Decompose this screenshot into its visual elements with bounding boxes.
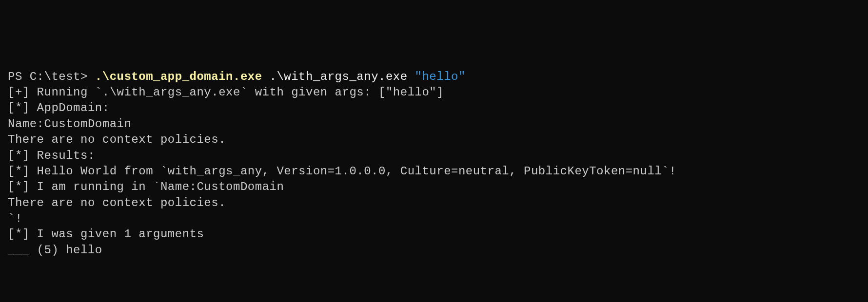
output-line: ___ (5) hello <box>8 243 860 258</box>
command-argument: "hello" <box>415 70 466 83</box>
output-line: There are no context policies. <box>8 195 860 211</box>
output-line: [*] I am running in `Name:CustomDomain <box>8 179 860 195</box>
output-line: [+] Running `.\with_args_any.exe` with g… <box>8 85 860 100</box>
output-line: [*] I was given 1 arguments <box>8 226 860 242</box>
output-line: [*] Hello World from `with_args_any, Ver… <box>8 164 860 179</box>
output-line: [*] AppDomain: <box>8 100 860 116</box>
output-line: There are no context policies. <box>8 132 860 148</box>
command-executable-2: .\with_args_any.exe <box>262 70 415 83</box>
output-line: [*] Results: <box>8 148 860 164</box>
command-executable-1: .\custom_app_domain.exe <box>95 70 262 83</box>
output-line: `! <box>8 211 860 226</box>
terminal-window[interactable]: PS C:\test> .\custom_app_domain.exe .\wi… <box>8 69 860 259</box>
prompt-line[interactable]: PS C:\test> .\custom_app_domain.exe .\wi… <box>8 69 860 85</box>
output-line: Name:CustomDomain <box>8 116 860 132</box>
prompt-prefix: PS C:\test> <box>8 70 95 83</box>
